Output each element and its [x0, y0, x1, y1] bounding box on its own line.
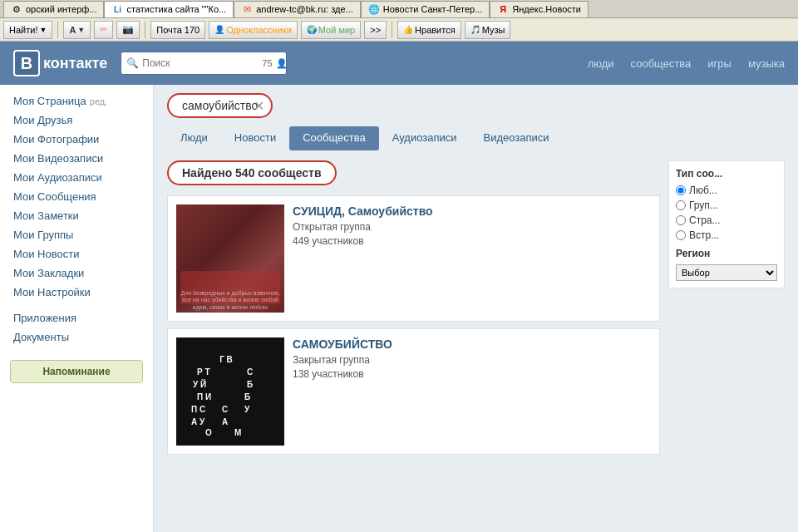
filter-region-select[interactable]: Выбор: [676, 264, 777, 281]
svg-text:Б: Б: [244, 392, 250, 401]
svg-text:С: С: [247, 367, 253, 377]
filter-panel: Тип соо... Люб... Груп... Стра...: [668, 160, 785, 288]
sidebar-item-photos[interactable]: Мои Фотографии: [0, 130, 153, 149]
filter-title: Тип соо...: [676, 168, 777, 180]
search-tabs: Люди Новости Сообщества Аудиозаписи Виде…: [167, 126, 785, 150]
filter-radio-3[interactable]: [676, 215, 686, 225]
group-result-1: Для безвредных и добрых взволнов,все на …: [167, 195, 660, 322]
filter-radio-2[interactable]: [676, 200, 686, 210]
tab-video[interactable]: Видеозаписи: [470, 126, 562, 150]
vk-nav: люди сообщества игры музыка: [588, 57, 785, 70]
sidebar-item-settings[interactable]: Мои Настройки: [0, 283, 153, 302]
results-header: Найдено 540 сообществ: [167, 160, 337, 185]
group-name-1[interactable]: СУИЦИД, Самоубийство: [293, 204, 651, 218]
vk-search-input[interactable]: [142, 57, 259, 69]
tab-communities[interactable]: Сообщества: [289, 126, 379, 150]
sidebar-edit-link[interactable]: ред.: [90, 96, 107, 106]
vk-logo-text: контакте: [43, 55, 107, 72]
toolbar-separator-2: [145, 22, 145, 38]
pen-button[interactable]: ✏: [94, 21, 113, 39]
group-result-2: Г В Р Т С У Й Б П И П С Б: [167, 328, 660, 455]
group-type-2: Закрытая группа: [293, 354, 651, 366]
filter-option-2[interactable]: Груп...: [676, 200, 777, 211]
svg-text:П  И: П И: [197, 392, 211, 401]
tab-people[interactable]: Люди: [167, 126, 221, 150]
group-info-1: СУИЦИД, Самоубийство Открытая группа 449…: [293, 204, 651, 247]
tab-icon-2: Li: [111, 3, 123, 15]
group-image-text-1: Для безвредных и добрых взволнов,все на …: [178, 290, 283, 311]
svg-text:П  С: П С: [191, 405, 205, 414]
tab-audio[interactable]: Аудиозаписи: [379, 126, 470, 150]
sidebar-reminder[interactable]: Напоминание: [10, 360, 143, 383]
search-icon: 🔍: [126, 57, 139, 69]
circle-svg: Г В Р Т С У Й Б П И П С Б: [185, 346, 276, 437]
nav-music[interactable]: музыка: [748, 57, 785, 70]
sidebar-item-messages[interactable]: Мои Сообщения: [0, 187, 153, 206]
main-area: Найдено 540 сообществ Для безвредных и д…: [167, 160, 785, 461]
sidebar-item-audio[interactable]: Мои Аудиозаписи: [0, 168, 153, 187]
nav-games[interactable]: игры: [707, 57, 732, 70]
world-button[interactable]: 🌍 Мой мир: [301, 21, 361, 39]
search-close-icon[interactable]: ✕: [254, 98, 264, 114]
group-image-1: Для безвредных и добрых взволнов,все на …: [176, 204, 284, 313]
group-thumb-1[interactable]: Для безвредных и добрых взволнов,все на …: [176, 204, 284, 313]
sidebar-item-bookmarks[interactable]: Мои Закладки: [0, 264, 153, 283]
tab-news[interactable]: Новости: [221, 126, 289, 150]
browser-toolbar: Найти! ▼ А ▼ ✏ 📷 Почта 170 👤 Одноклассни…: [0, 18, 798, 42]
svg-text:М: М: [234, 428, 241, 437]
svg-text:Г  В: Г В: [219, 355, 233, 364]
vk-search-box: 🔍 75 👤: [121, 52, 287, 75]
vk-logo: В контакте: [13, 50, 107, 76]
group-image-2: Г В Р Т С У Й Б П И П С Б: [176, 337, 284, 446]
like-button[interactable]: 👍 Нравится: [397, 21, 461, 39]
filter-option-3[interactable]: Стра...: [676, 214, 777, 226]
nav-people[interactable]: люди: [588, 57, 614, 70]
svg-text:У  Й: У Й: [193, 379, 206, 389]
group-members-1: 449 участников: [293, 235, 651, 247]
mail-button[interactable]: Почта 170: [150, 21, 205, 39]
vk-logo-v: В: [13, 50, 40, 76]
sidebar-item-friends[interactable]: Мои Друзья: [0, 111, 153, 130]
filter-option-1[interactable]: Люб...: [676, 185, 777, 196]
filter-region-title: Регион: [676, 248, 777, 259]
results-area: Найдено 540 сообществ Для безвредных и д…: [167, 160, 660, 461]
camera-button[interactable]: 📷: [116, 21, 140, 39]
nav-communities[interactable]: сообщества: [631, 57, 692, 70]
ok-button[interactable]: 👤 Одноклассники: [209, 21, 298, 39]
toolbar-separator: [57, 22, 58, 38]
filter-option-4[interactable]: Встр...: [676, 229, 777, 241]
tab-3[interactable]: ✉ andrew-tc@bk.ru: зде...: [234, 1, 361, 17]
filter-radio-4[interactable]: [676, 230, 686, 240]
sidebar-item-notes[interactable]: Мои Заметки: [0, 206, 153, 225]
svg-text:У: У: [244, 405, 250, 414]
sidebar-item-mypage[interactable]: Моя Страница ред.: [0, 91, 153, 111]
browser-tabs: ⚙ орский интерф... Li статистика сайта "…: [0, 0, 798, 18]
sidebar-item-apps[interactable]: Приложения: [0, 308, 153, 328]
tab-5[interactable]: Я Яндекс.Новости: [490, 1, 589, 17]
tab-2[interactable]: Li статистика сайта ""Ко...: [104, 1, 234, 17]
sidebar-item-docs[interactable]: Документы: [0, 328, 153, 347]
group-info-2: САМОУБИЙСТВО Закрытая группа 138 участни…: [293, 337, 651, 380]
sidebar-item-videos[interactable]: Мои Видеозаписи: [0, 149, 153, 168]
font-button[interactable]: А ▼: [63, 21, 91, 39]
vk-content: Моя Страница ред. Мои Друзья Мои Фотогра…: [0, 85, 798, 532]
sidebar-divider: [0, 302, 153, 308]
circle-text-container: Г В Р Т С У Й Б П И П С Б: [180, 342, 280, 441]
sidebar-item-news[interactable]: Мои Новости: [0, 244, 153, 264]
search-query-text: самоубийство: [182, 99, 258, 112]
music-button[interactable]: 🎵 Музы: [465, 21, 511, 39]
group-name-2[interactable]: САМОУБИЙСТВО: [293, 337, 651, 351]
tab-icon-1: ⚙: [11, 3, 22, 15]
tab-4[interactable]: 🌐 Новости Санкт-Петер...: [361, 1, 490, 17]
more-button[interactable]: >>: [364, 21, 387, 39]
group-thumb-2[interactable]: Г В Р Т С У Й Б П И П С Б: [176, 337, 284, 446]
group-members-2: 138 участников: [293, 368, 651, 380]
sidebar-item-groups[interactable]: Мои Группы: [0, 225, 153, 244]
tab-icon-5: Я: [497, 3, 509, 15]
svg-text:О: О: [205, 428, 212, 437]
vk-header: В контакте 🔍 75 👤 люди сообщества игры м…: [0, 42, 798, 85]
tab-icon-3: ✉: [241, 3, 253, 15]
filter-radio-1[interactable]: [676, 185, 686, 195]
tab-1[interactable]: ⚙ орский интерф...: [3, 1, 104, 17]
find-button[interactable]: Найти! ▼: [3, 21, 52, 39]
